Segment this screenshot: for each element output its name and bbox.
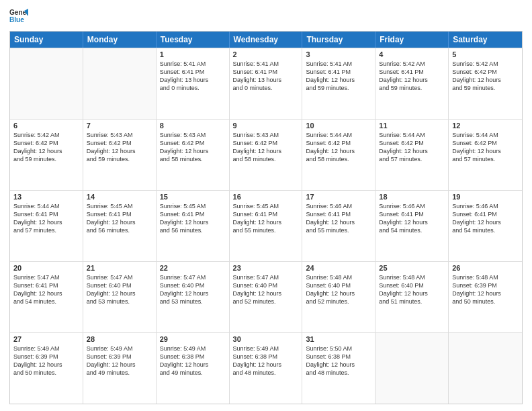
- day-number: 17: [306, 193, 371, 201]
- calendar-cell: 14Sunrise: 5:45 AMSunset: 6:41 PMDayligh…: [83, 191, 157, 261]
- calendar-cell: [10, 48, 83, 119]
- calendar-cell: 21Sunrise: 5:47 AMSunset: 6:40 PMDayligh…: [83, 262, 157, 332]
- calendar-cell: [449, 333, 522, 404]
- day-number: 9: [233, 122, 299, 130]
- header-day-thursday: Thursday: [302, 32, 375, 48]
- calendar-cell: 13Sunrise: 5:44 AMSunset: 6:41 PMDayligh…: [10, 191, 83, 261]
- calendar-cell: 29Sunrise: 5:49 AMSunset: 6:38 PMDayligh…: [157, 333, 230, 404]
- day-number: 22: [160, 264, 226, 272]
- calendar-cell: 6Sunrise: 5:42 AMSunset: 6:42 PMDaylight…: [10, 120, 83, 190]
- calendar-cell: [375, 333, 449, 404]
- calendar-cell: 24Sunrise: 5:48 AMSunset: 6:40 PMDayligh…: [302, 262, 375, 332]
- day-info: Sunrise: 5:44 AMSunset: 6:42 PMDaylight:…: [379, 131, 445, 164]
- day-number: 6: [13, 122, 79, 130]
- calendar-cell: 16Sunrise: 5:45 AMSunset: 6:41 PMDayligh…: [230, 191, 303, 261]
- calendar-cell: 30Sunrise: 5:49 AMSunset: 6:38 PMDayligh…: [230, 333, 303, 404]
- calendar-cell: 31Sunrise: 5:50 AMSunset: 6:38 PMDayligh…: [302, 333, 375, 404]
- calendar-cell: 15Sunrise: 5:45 AMSunset: 6:41 PMDayligh…: [157, 191, 230, 261]
- day-info: Sunrise: 5:45 AMSunset: 6:41 PMDaylight:…: [160, 202, 226, 235]
- calendar-week-1: 1Sunrise: 5:41 AMSunset: 6:41 PMDaylight…: [10, 48, 522, 119]
- day-info: Sunrise: 5:47 AMSunset: 6:40 PMDaylight:…: [233, 273, 299, 306]
- day-number: 19: [452, 193, 519, 201]
- day-info: Sunrise: 5:43 AMSunset: 6:42 PMDaylight:…: [160, 131, 226, 164]
- calendar-week-4: 20Sunrise: 5:47 AMSunset: 6:41 PMDayligh…: [10, 261, 522, 332]
- day-number: 28: [87, 335, 152, 343]
- calendar-cell: 12Sunrise: 5:44 AMSunset: 6:42 PMDayligh…: [449, 120, 522, 190]
- logo: General Blue: [9, 7, 28, 26]
- calendar-cell: [83, 48, 157, 119]
- day-info: Sunrise: 5:45 AMSunset: 6:41 PMDaylight:…: [233, 202, 299, 235]
- calendar-header-row: SundayMondayTuesdayWednesdayThursdayFrid…: [10, 32, 522, 48]
- calendar-week-5: 27Sunrise: 5:49 AMSunset: 6:39 PMDayligh…: [10, 332, 522, 404]
- day-info: Sunrise: 5:49 AMSunset: 6:38 PMDaylight:…: [233, 345, 299, 377]
- day-info: Sunrise: 5:44 AMSunset: 6:41 PMDaylight:…: [13, 202, 79, 235]
- day-info: Sunrise: 5:43 AMSunset: 6:42 PMDaylight:…: [233, 131, 299, 164]
- day-number: 11: [379, 122, 445, 130]
- day-info: Sunrise: 5:50 AMSunset: 6:38 PMDaylight:…: [306, 345, 371, 377]
- calendar-cell: 27Sunrise: 5:49 AMSunset: 6:39 PMDayligh…: [10, 333, 83, 404]
- day-number: 23: [233, 264, 299, 272]
- day-number: 15: [160, 193, 226, 201]
- calendar-cell: 26Sunrise: 5:48 AMSunset: 6:39 PMDayligh…: [449, 262, 522, 332]
- calendar-cell: 25Sunrise: 5:48 AMSunset: 6:40 PMDayligh…: [375, 262, 449, 332]
- day-info: Sunrise: 5:41 AMSunset: 6:41 PMDaylight:…: [160, 60, 226, 93]
- day-number: 20: [13, 264, 79, 272]
- day-number: 26: [452, 264, 519, 272]
- day-info: Sunrise: 5:47 AMSunset: 6:40 PMDaylight:…: [87, 273, 152, 306]
- day-info: Sunrise: 5:46 AMSunset: 6:41 PMDaylight:…: [452, 202, 519, 235]
- day-info: Sunrise: 5:42 AMSunset: 6:42 PMDaylight:…: [452, 60, 519, 93]
- logo-icon: General Blue: [9, 7, 28, 26]
- day-number: 8: [160, 122, 226, 130]
- svg-text:Blue: Blue: [9, 16, 24, 24]
- calendar-cell: 1Sunrise: 5:41 AMSunset: 6:41 PMDaylight…: [157, 48, 230, 119]
- calendar-cell: 2Sunrise: 5:41 AMSunset: 6:41 PMDaylight…: [230, 48, 303, 119]
- day-info: Sunrise: 5:49 AMSunset: 6:39 PMDaylight:…: [13, 345, 79, 377]
- day-number: 5: [452, 50, 519, 58]
- calendar-cell: 7Sunrise: 5:43 AMSunset: 6:42 PMDaylight…: [83, 120, 157, 190]
- day-number: 12: [452, 122, 519, 130]
- page: General Blue SundayMondayTuesdayWednesda…: [0, 0, 532, 411]
- day-number: 13: [13, 193, 79, 201]
- calendar-cell: 5Sunrise: 5:42 AMSunset: 6:42 PMDaylight…: [449, 48, 522, 119]
- calendar-cell: 4Sunrise: 5:42 AMSunset: 6:41 PMDaylight…: [375, 48, 449, 119]
- calendar-cell: 19Sunrise: 5:46 AMSunset: 6:41 PMDayligh…: [449, 191, 522, 261]
- day-info: Sunrise: 5:44 AMSunset: 6:42 PMDaylight:…: [306, 131, 371, 164]
- calendar-cell: 28Sunrise: 5:49 AMSunset: 6:39 PMDayligh…: [83, 333, 157, 404]
- day-number: 10: [306, 122, 371, 130]
- day-info: Sunrise: 5:47 AMSunset: 6:40 PMDaylight:…: [160, 273, 226, 306]
- day-info: Sunrise: 5:46 AMSunset: 6:41 PMDaylight:…: [379, 202, 445, 235]
- day-info: Sunrise: 5:49 AMSunset: 6:38 PMDaylight:…: [160, 345, 226, 377]
- day-info: Sunrise: 5:46 AMSunset: 6:41 PMDaylight:…: [306, 202, 371, 235]
- day-number: 16: [233, 193, 299, 201]
- day-info: Sunrise: 5:47 AMSunset: 6:41 PMDaylight:…: [13, 273, 79, 306]
- day-info: Sunrise: 5:48 AMSunset: 6:40 PMDaylight:…: [306, 273, 371, 306]
- header: General Blue: [9, 7, 523, 26]
- calendar-week-3: 13Sunrise: 5:44 AMSunset: 6:41 PMDayligh…: [10, 190, 522, 261]
- day-number: 29: [160, 335, 226, 343]
- calendar-cell: 11Sunrise: 5:44 AMSunset: 6:42 PMDayligh…: [375, 120, 449, 190]
- header-day-saturday: Saturday: [449, 32, 522, 48]
- calendar-cell: 10Sunrise: 5:44 AMSunset: 6:42 PMDayligh…: [302, 120, 375, 190]
- day-number: 21: [87, 264, 152, 272]
- day-number: 27: [13, 335, 79, 343]
- day-number: 24: [306, 264, 371, 272]
- calendar-cell: 3Sunrise: 5:41 AMSunset: 6:41 PMDaylight…: [302, 48, 375, 119]
- calendar-cell: 8Sunrise: 5:43 AMSunset: 6:42 PMDaylight…: [157, 120, 230, 190]
- day-number: 14: [87, 193, 152, 201]
- day-number: 1: [160, 50, 226, 58]
- day-number: 3: [306, 50, 371, 58]
- header-day-wednesday: Wednesday: [230, 32, 303, 48]
- calendar: SundayMondayTuesdayWednesdayThursdayFrid…: [9, 31, 523, 404]
- day-info: Sunrise: 5:43 AMSunset: 6:42 PMDaylight:…: [87, 131, 152, 164]
- calendar-cell: 17Sunrise: 5:46 AMSunset: 6:41 PMDayligh…: [302, 191, 375, 261]
- header-day-tuesday: Tuesday: [157, 32, 230, 48]
- day-info: Sunrise: 5:45 AMSunset: 6:41 PMDaylight:…: [87, 202, 152, 235]
- calendar-week-2: 6Sunrise: 5:42 AMSunset: 6:42 PMDaylight…: [10, 119, 522, 190]
- day-number: 31: [306, 335, 371, 343]
- day-info: Sunrise: 5:42 AMSunset: 6:41 PMDaylight:…: [379, 60, 445, 93]
- day-number: 18: [379, 193, 445, 201]
- day-info: Sunrise: 5:48 AMSunset: 6:40 PMDaylight:…: [379, 273, 445, 306]
- calendar-cell: 22Sunrise: 5:47 AMSunset: 6:40 PMDayligh…: [157, 262, 230, 332]
- day-info: Sunrise: 5:49 AMSunset: 6:39 PMDaylight:…: [87, 345, 152, 377]
- day-info: Sunrise: 5:44 AMSunset: 6:42 PMDaylight:…: [452, 131, 519, 164]
